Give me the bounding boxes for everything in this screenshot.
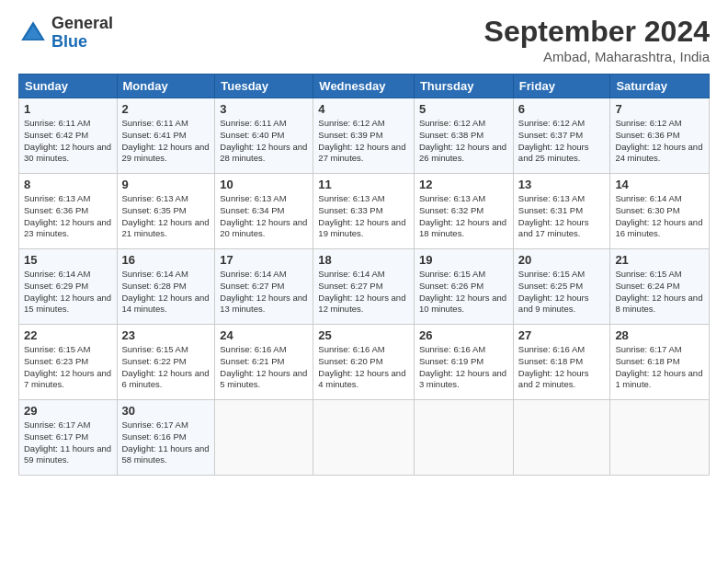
table-row: 2 Sunrise: 6:11 AM Sunset: 6:41 PM Dayli… (117, 98, 215, 174)
table-row: 5 Sunrise: 6:12 AM Sunset: 6:38 PM Dayli… (414, 98, 513, 174)
daylight-text: Daylight: 12 hours and 24 minutes. (615, 142, 702, 164)
daylight-text: Daylight: 12 hours and 27 minutes. (318, 142, 405, 164)
day-info: Sunrise: 6:16 AM Sunset: 6:18 PM Dayligh… (518, 344, 606, 391)
day-info: Sunrise: 6:15 AM Sunset: 6:24 PM Dayligh… (615, 269, 704, 316)
sunrise-text: Sunrise: 6:17 AM (615, 344, 681, 354)
day-info: Sunrise: 6:15 AM Sunset: 6:23 PM Dayligh… (24, 344, 112, 391)
table-row: 23 Sunrise: 6:15 AM Sunset: 6:22 PM Dayl… (117, 325, 215, 400)
daylight-text: Daylight: 12 hours and 9 minutes. (518, 293, 589, 315)
table-row: 11 Sunrise: 6:13 AM Sunset: 6:33 PM Dayl… (313, 174, 415, 249)
daylight-text: Daylight: 12 hours and 3 minutes. (419, 368, 506, 390)
sunrise-text: Sunrise: 6:12 AM (419, 118, 485, 128)
day-info: Sunrise: 6:14 AM Sunset: 6:30 PM Dayligh… (615, 193, 704, 240)
sunset-text: Sunset: 6:18 PM (615, 356, 679, 366)
sunset-text: Sunset: 6:22 PM (122, 356, 187, 366)
day-number: 28 (615, 328, 704, 342)
daylight-text: Daylight: 12 hours and 13 minutes. (220, 293, 307, 315)
daylight-text: Daylight: 12 hours and 16 minutes. (615, 217, 702, 239)
col-tuesday: Tuesday (215, 75, 313, 98)
daylight-text: Daylight: 11 hours and 59 minutes. (24, 443, 111, 465)
sunrise-text: Sunrise: 6:15 AM (419, 269, 485, 279)
month-year: September 2024 (484, 15, 710, 49)
daylight-text: Daylight: 12 hours and 19 minutes. (318, 217, 405, 239)
day-number: 18 (318, 253, 409, 267)
table-row (513, 400, 610, 476)
sunrise-text: Sunrise: 6:13 AM (318, 193, 384, 203)
sunrise-text: Sunrise: 6:14 AM (24, 269, 90, 279)
logo-blue-text: Blue (51, 33, 113, 52)
day-info: Sunrise: 6:12 AM Sunset: 6:36 PM Dayligh… (615, 118, 704, 165)
table-row: 19 Sunrise: 6:15 AM Sunset: 6:26 PM Dayl… (414, 249, 513, 325)
daylight-text: Daylight: 12 hours and 5 minutes. (220, 368, 307, 390)
col-sunday: Sunday (19, 75, 118, 98)
sunrise-text: Sunrise: 6:16 AM (518, 344, 585, 354)
daylight-text: Daylight: 12 hours and 12 minutes. (318, 293, 405, 315)
day-number: 2 (122, 102, 210, 116)
header: General Blue September 2024 Ambad, Mahar… (18, 15, 710, 64)
day-number: 21 (615, 253, 704, 267)
day-info: Sunrise: 6:12 AM Sunset: 6:37 PM Dayligh… (518, 118, 606, 165)
sunrise-text: Sunrise: 6:16 AM (318, 344, 384, 354)
sunset-text: Sunset: 6:26 PM (419, 281, 483, 291)
page: General Blue September 2024 Ambad, Mahar… (0, 0, 728, 563)
day-number: 4 (318, 102, 409, 116)
daylight-text: Daylight: 12 hours and 6 minutes. (122, 368, 210, 390)
day-info: Sunrise: 6:17 AM Sunset: 6:18 PM Dayligh… (615, 344, 704, 391)
sunset-text: Sunset: 6:20 PM (318, 356, 382, 366)
daylight-text: Daylight: 12 hours and 17 minutes. (518, 217, 589, 239)
daylight-text: Daylight: 12 hours and 1 minute. (615, 368, 702, 390)
table-row (215, 400, 313, 476)
day-number: 20 (518, 253, 606, 267)
sunrise-text: Sunrise: 6:14 AM (318, 269, 384, 279)
sunrise-text: Sunrise: 6:12 AM (318, 118, 384, 128)
table-row (414, 400, 513, 476)
col-wednesday: Wednesday (313, 75, 415, 98)
daylight-text: Daylight: 11 hours and 58 minutes. (122, 443, 210, 465)
daylight-text: Daylight: 12 hours and 20 minutes. (220, 217, 307, 239)
day-info: Sunrise: 6:13 AM Sunset: 6:33 PM Dayligh… (318, 193, 409, 240)
table-row: 8 Sunrise: 6:13 AM Sunset: 6:36 PM Dayli… (19, 174, 118, 249)
day-info: Sunrise: 6:16 AM Sunset: 6:20 PM Dayligh… (318, 344, 409, 391)
sunset-text: Sunset: 6:36 PM (24, 205, 88, 215)
daylight-text: Daylight: 12 hours and 18 minutes. (419, 217, 506, 239)
table-row: 13 Sunrise: 6:13 AM Sunset: 6:31 PM Dayl… (513, 174, 610, 249)
sunrise-text: Sunrise: 6:11 AM (122, 118, 188, 128)
sunrise-text: Sunrise: 6:16 AM (220, 344, 286, 354)
day-number: 22 (24, 328, 112, 342)
calendar-week-row: 8 Sunrise: 6:13 AM Sunset: 6:36 PM Dayli… (19, 174, 710, 249)
col-friday: Friday (513, 75, 610, 98)
day-number: 29 (24, 404, 112, 418)
day-info: Sunrise: 6:14 AM Sunset: 6:27 PM Dayligh… (220, 269, 308, 316)
table-row: 27 Sunrise: 6:16 AM Sunset: 6:18 PM Dayl… (513, 325, 610, 400)
sunset-text: Sunset: 6:27 PM (318, 281, 382, 291)
sunrise-text: Sunrise: 6:13 AM (419, 193, 485, 203)
title-block: September 2024 Ambad, Maharashtra, India (484, 15, 710, 64)
sunset-text: Sunset: 6:27 PM (220, 281, 284, 291)
day-number: 25 (318, 328, 409, 342)
logo-icon (18, 18, 48, 48)
day-number: 23 (122, 328, 210, 342)
sunrise-text: Sunrise: 6:12 AM (518, 118, 585, 128)
day-info: Sunrise: 6:14 AM Sunset: 6:27 PM Dayligh… (318, 269, 409, 316)
day-number: 10 (220, 178, 308, 191)
sunrise-text: Sunrise: 6:16 AM (419, 344, 485, 354)
sunrise-text: Sunrise: 6:14 AM (615, 193, 681, 203)
sunset-text: Sunset: 6:24 PM (615, 281, 679, 291)
sunset-text: Sunset: 6:25 PM (518, 281, 583, 291)
day-number: 24 (220, 328, 308, 342)
table-row: 20 Sunrise: 6:15 AM Sunset: 6:25 PM Dayl… (513, 249, 610, 325)
table-row: 9 Sunrise: 6:13 AM Sunset: 6:35 PM Dayli… (117, 174, 215, 249)
table-row: 24 Sunrise: 6:16 AM Sunset: 6:21 PM Dayl… (215, 325, 313, 400)
daylight-text: Daylight: 12 hours and 7 minutes. (24, 368, 111, 390)
sunrise-text: Sunrise: 6:15 AM (24, 344, 90, 354)
day-info: Sunrise: 6:13 AM Sunset: 6:35 PM Dayligh… (122, 193, 210, 240)
day-info: Sunrise: 6:15 AM Sunset: 6:22 PM Dayligh… (122, 344, 210, 391)
sunset-text: Sunset: 6:30 PM (615, 205, 679, 215)
table-row: 4 Sunrise: 6:12 AM Sunset: 6:39 PM Dayli… (313, 98, 415, 174)
day-number: 9 (122, 178, 210, 191)
table-row: 21 Sunrise: 6:15 AM Sunset: 6:24 PM Dayl… (610, 249, 710, 325)
sunset-text: Sunset: 6:31 PM (518, 205, 583, 215)
day-number: 30 (122, 404, 210, 418)
day-info: Sunrise: 6:17 AM Sunset: 6:16 PM Dayligh… (122, 419, 210, 466)
sunset-text: Sunset: 6:21 PM (220, 356, 284, 366)
